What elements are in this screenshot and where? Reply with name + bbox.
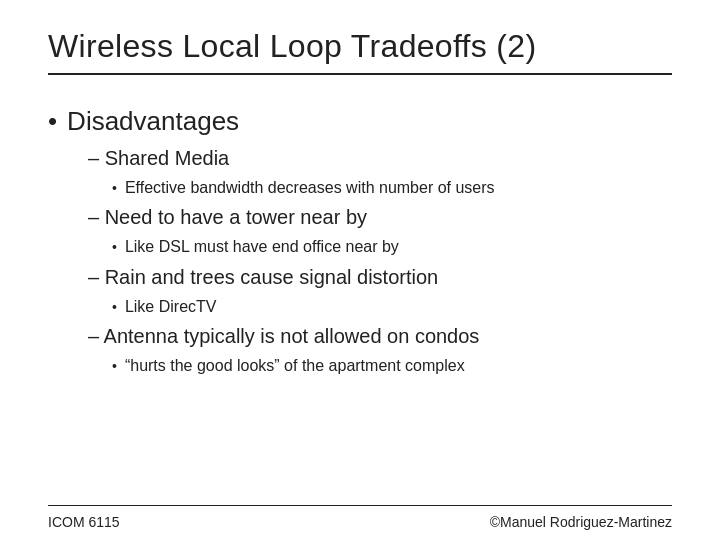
level1-item: • Disadvantages [48,105,672,139]
level2-label: – Need to have a tower near by [84,206,367,228]
level2-label: – Rain and trees cause signal distortion [84,266,438,288]
footer-right: ©Manuel Rodriguez-Martinez [490,514,672,530]
footer: ICOM 6115 ©Manuel Rodriguez-Martinez [0,506,720,540]
level3-label: “hurts the good looks” of the apartment … [125,355,465,377]
level3-item: • Like DirecTV [112,296,672,318]
level3-label: Effective bandwidth decreases with numbe… [125,177,495,199]
bullet-l3-icon: • [112,358,117,374]
level1-label: Disadvantages [67,105,239,139]
level3-item: • Effective bandwidth decreases with num… [112,177,672,199]
slide: Wireless Local Loop Tradeoffs (2) • Disa… [0,0,720,540]
level2-shared-media: – Shared Media [84,145,672,172]
level2-tower: – Need to have a tower near by [84,204,672,231]
slide-title: Wireless Local Loop Tradeoffs (2) [48,28,672,65]
title-area: Wireless Local Loop Tradeoffs (2) [0,0,720,85]
bullet-l3-icon: • [112,239,117,255]
level2-label: – Antenna typically is not allowed on co… [84,325,479,347]
content-area: • Disadvantages – Shared Media • Effecti… [0,85,720,505]
bullet-l1: • [48,105,57,139]
level2-rain: – Rain and trees cause signal distortion [84,264,672,291]
bullet-l3-icon: • [112,180,117,196]
bullet-l3-icon: • [112,299,117,315]
level2-label: – Shared Media [84,147,229,169]
title-divider [48,73,672,75]
level3-item: • Like DSL must have end office near by [112,236,672,258]
footer-left: ICOM 6115 [48,514,120,530]
level3-item: • “hurts the good looks” of the apartmen… [112,355,672,377]
level3-label: Like DirecTV [125,296,217,318]
level2-antenna: – Antenna typically is not allowed on co… [84,323,672,350]
level3-label: Like DSL must have end office near by [125,236,399,258]
